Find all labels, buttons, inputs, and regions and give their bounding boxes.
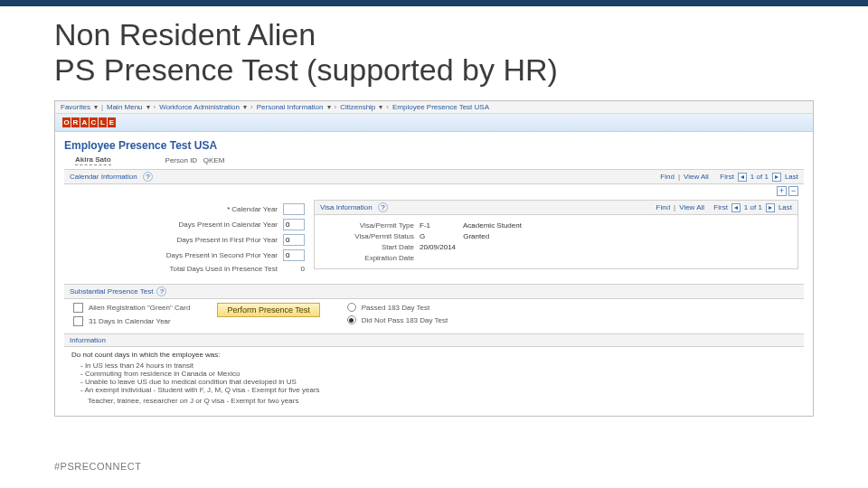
page-title: Employee Presence Test USA bbox=[64, 139, 804, 152]
info-item: In US less than 24 hours in transit bbox=[80, 361, 797, 370]
visa-type-label: Visa/Permit Type bbox=[322, 221, 414, 230]
record-position: 1 of 1 bbox=[750, 173, 769, 181]
info-item: Unable to leave US due to medical condit… bbox=[80, 378, 797, 386]
record-position: 1 of 1 bbox=[744, 203, 762, 211]
green-card-checkbox[interactable] bbox=[73, 303, 83, 313]
passed-183-radio[interactable] bbox=[347, 303, 356, 312]
view-all-link[interactable]: View All bbox=[684, 173, 709, 181]
days-first-prior-label: Days Present in First Prior Year bbox=[176, 236, 278, 244]
person-id-label: Person ID bbox=[165, 156, 198, 164]
days-second-prior-input[interactable] bbox=[283, 249, 305, 261]
visa-information-panel: Visa Information ? Find | View All First… bbox=[314, 200, 798, 269]
information-title: Information bbox=[70, 336, 106, 344]
chevron-down-icon: ▾ bbox=[379, 103, 382, 111]
thirty-one-days-checkbox[interactable] bbox=[73, 316, 83, 326]
substantial-presence-title: Substantial Presence Test bbox=[70, 287, 153, 296]
calendar-year-input[interactable] bbox=[283, 203, 305, 215]
logo-letter: A bbox=[80, 117, 89, 127]
app-screenshot: Favorites ▾ | Main Menu ▾ › Workforce Ad… bbox=[54, 100, 814, 417]
title-line-2: PS Presence Test (supported by HR) bbox=[54, 52, 558, 87]
breadcrumb-sep-icon: › bbox=[154, 103, 156, 111]
hashtag: #PSRECONNECT bbox=[54, 461, 141, 472]
information-header: Information bbox=[64, 333, 804, 347]
add-row-button[interactable]: + bbox=[777, 186, 787, 196]
chevron-down-icon: ▾ bbox=[327, 103, 331, 111]
visa-start-value: 20/09/2014 bbox=[420, 243, 456, 251]
chevron-down-icon: ▾ bbox=[146, 103, 150, 111]
visa-status-code: G bbox=[420, 232, 425, 240]
breadcrumb-sep-icon: › bbox=[335, 103, 337, 111]
breadcrumb-sep-icon: › bbox=[386, 103, 389, 111]
slide-title: Non Resident Alien PS Presence Test (sup… bbox=[54, 17, 814, 88]
last-label: Last bbox=[778, 203, 792, 211]
slide-accent-bar bbox=[0, 0, 868, 6]
breadcrumb-favorites[interactable]: Favorites bbox=[61, 103, 90, 111]
logo-letter: R bbox=[71, 117, 80, 127]
information-list: In US less than 24 hours in transit Comm… bbox=[80, 361, 797, 394]
breadcrumb-sep-icon: › bbox=[250, 103, 253, 111]
information-footnote: Teacher, trainee, researcher on J or Q v… bbox=[88, 397, 797, 405]
first-label: First bbox=[720, 173, 734, 181]
remove-row-button[interactable]: − bbox=[788, 186, 798, 196]
title-line-1: Non Resident Alien bbox=[54, 17, 316, 52]
first-label: First bbox=[713, 203, 728, 211]
perform-presence-test-button[interactable]: Perform Presence Test bbox=[217, 303, 319, 317]
view-all-link[interactable]: View All bbox=[679, 203, 704, 211]
visa-section-title: Visa Information bbox=[320, 203, 373, 211]
calendar-section-title: Calendar Information bbox=[70, 173, 137, 181]
passed-183-label: Passed 183 Day Test bbox=[362, 304, 429, 312]
visa-exp-label: Expiration Date bbox=[322, 254, 414, 262]
info-item: An exempt individual - Student with F, J… bbox=[80, 386, 797, 394]
breadcrumb: Favorites ▾ | Main Menu ▾ › Workforce Ad… bbox=[55, 101, 813, 114]
thirty-one-days-label: 31 Days in Calendar Year bbox=[89, 317, 171, 325]
visa-start-label: Start Date bbox=[322, 243, 414, 251]
breadcrumb-personal-info[interactable]: Personal Information bbox=[257, 103, 324, 111]
days-calendar-label: Days Present in Calendar Year bbox=[179, 221, 278, 229]
days-first-prior-input[interactable] bbox=[283, 234, 305, 246]
prev-arrow-icon[interactable]: ◂ bbox=[731, 203, 741, 212]
help-icon[interactable]: ? bbox=[156, 286, 166, 296]
info-item: Commuting from residence in Canada or Me… bbox=[80, 370, 797, 378]
logo-letter: E bbox=[108, 117, 116, 127]
person-id-value: QKEM bbox=[203, 156, 225, 164]
person-id: Person ID QKEM bbox=[165, 156, 225, 164]
employee-name: Akira Sato bbox=[75, 155, 111, 165]
help-icon[interactable]: ? bbox=[143, 172, 153, 182]
breadcrumb-current-page[interactable]: Employee Presence Test USA bbox=[392, 103, 489, 111]
oracle-logo: O R A C L E bbox=[62, 117, 116, 127]
breadcrumb-main-menu[interactable]: Main Menu bbox=[107, 103, 143, 111]
visa-type-code: F-1 bbox=[420, 221, 430, 230]
visa-type-desc: Academic Student bbox=[463, 221, 522, 230]
next-arrow-icon[interactable]: ▸ bbox=[772, 173, 781, 182]
calendar-year-label: Calendar Year bbox=[227, 205, 278, 213]
days-calendar-input[interactable] bbox=[283, 219, 305, 230]
find-link[interactable]: Find bbox=[656, 203, 671, 211]
calendar-section-header: Calendar Information ? Find | View All F… bbox=[64, 169, 804, 184]
breadcrumb-citizenship[interactable]: Citizenship bbox=[340, 103, 375, 111]
visa-status-desc: Granted bbox=[463, 232, 489, 240]
breadcrumb-separator: | bbox=[101, 103, 103, 111]
prev-arrow-icon[interactable]: ◂ bbox=[738, 173, 747, 182]
green-card-label: Alien Registration "Green" Card bbox=[89, 304, 190, 312]
total-days-value: 0 bbox=[283, 265, 305, 273]
total-days-label: Total Days Used in Presence Test bbox=[170, 265, 278, 273]
substantial-presence-header: Substantial Presence Test ? bbox=[64, 284, 804, 299]
breadcrumb-workforce-admin[interactable]: Workforce Administration bbox=[159, 103, 240, 111]
did-not-pass-183-radio[interactable] bbox=[347, 315, 356, 324]
logo-bar: O R A C L E bbox=[55, 114, 813, 132]
chevron-down-icon: ▾ bbox=[243, 103, 247, 111]
chevron-down-icon: ▾ bbox=[94, 103, 98, 111]
help-icon[interactable]: ? bbox=[378, 202, 388, 212]
last-label: Last bbox=[785, 173, 798, 181]
logo-letter: O bbox=[62, 117, 71, 127]
did-not-pass-183-label: Did Not Pass 183 Day Test bbox=[362, 316, 448, 324]
visa-status-label: Visa/Permit Status bbox=[322, 232, 414, 240]
find-link[interactable]: Find bbox=[660, 173, 675, 181]
information-lead: Do not count days in which the employee … bbox=[71, 351, 797, 359]
next-arrow-icon[interactable]: ▸ bbox=[766, 203, 775, 212]
days-second-prior-label: Days Present in Second Prior Year bbox=[166, 251, 278, 259]
logo-letter: C bbox=[90, 117, 98, 127]
logo-letter: L bbox=[99, 117, 107, 127]
